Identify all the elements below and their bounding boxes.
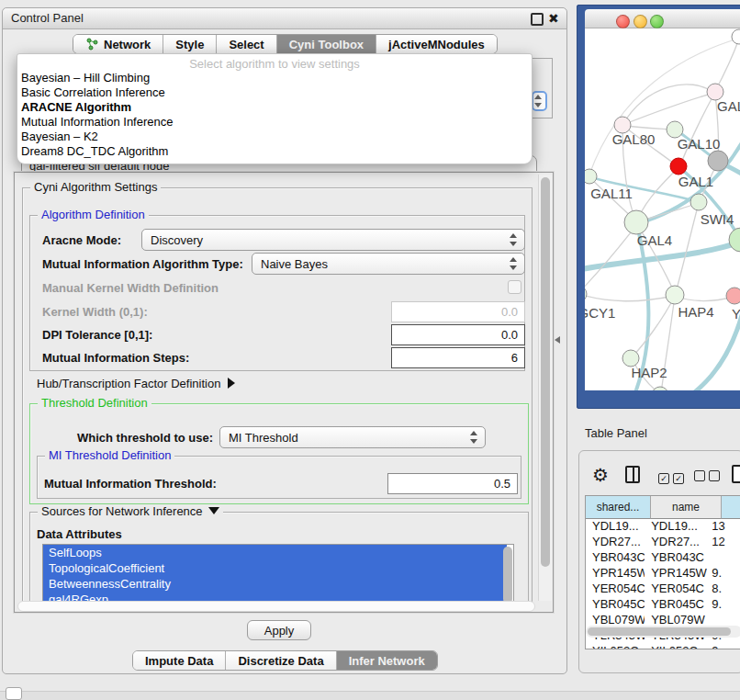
minimize-traffic-light[interactable] [633,15,647,28]
dpi-tolerance-input[interactable]: 0.0 [391,324,525,345]
column-header-partial[interactable] [722,496,740,519]
collapse-icon[interactable] [208,507,219,514]
mi-threshold-input[interactable]: 0.5 [387,473,518,494]
table-cell: YBR045C [586,596,645,612]
document-icon[interactable] [732,465,740,483]
select-all-checks-icon[interactable]: ✓✓ [658,470,688,484]
split-columns-icon[interactable] [625,466,640,483]
node-table: shared... name YDL19...YDL19...13YDR27..… [585,495,740,649]
list-item[interactable]: TopologicalCoefficient [43,560,507,576]
popup-item[interactable]: Mutual Information Inference [17,115,532,130]
table-row[interactable]: YER054CYER054C8. [586,581,740,596]
tab-infer-network[interactable]: Infer Network [337,651,437,670]
network-window-titlebar[interactable] [585,9,740,28]
table-panel-container: ⚙ ✓✓ shared... name YDL19...YDL19...13YD… [578,450,740,673]
column-header-shared-name[interactable]: shared... [586,496,651,519]
table-row[interactable]: YPR145WYPR145W9. [586,565,740,581]
control-panel-tabbar: Network Style Select Cyni Toolbox jActiv… [73,34,498,54]
network-node-label: GAL80 [612,131,656,147]
dpi-tolerance-label: DPI Tolerance [0,1]: [42,328,152,342]
popup-item[interactable]: Bayesian – K2 [17,130,532,144]
network-node[interactable] [652,387,668,390]
hub-definition-row[interactable]: Hub/Transcription Factor Definition [37,377,235,390]
restore-panel-icon[interactable] [6,687,22,700]
mi-steps-input[interactable]: 6 [391,347,525,368]
control-panel-titlebar[interactable]: Control Panel ✖ [3,8,566,29]
tab-cyni-toolbox[interactable]: Cyni Toolbox [277,35,376,53]
tab-jactivemnodules[interactable]: jActiveMNodules [376,35,497,53]
mi-type-combo[interactable]: Naive Bayes [252,253,525,275]
network-edge[interactable] [633,296,675,356]
combo-value: Discovery [151,233,203,247]
table-cell: YIL052C [645,643,708,649]
list-scrollbar[interactable] [503,547,512,604]
network-node[interactable] [666,286,684,304]
table-cell: 9. [708,565,740,581]
aracne-mode-combo[interactable]: Discovery [141,229,525,251]
close-traffic-light[interactable] [616,15,630,28]
network-edge[interactable] [675,203,699,296]
network-node[interactable] [732,29,740,44]
network-node[interactable] [585,169,597,184]
popup-item[interactable]: Basic Correlation Inference [17,85,532,100]
popup-placeholder: Select algorithm to view settings [17,57,532,71]
list-item[interactable]: BetweennessCentrality [43,576,507,592]
tab-select[interactable]: Select [217,35,276,53]
sources-title: Sources for Network Inference [41,504,203,518]
deselect-all-boxes-icon[interactable] [694,470,723,484]
hub-definition-label: Hub/Transcription Factor Definition [37,377,220,390]
network-node[interactable] [690,194,707,210]
which-threshold-label: Which threshold to use: [77,431,213,445]
vertical-scrollbar-thumb[interactable] [541,177,550,567]
list-item[interactable]: SelfLoops [43,545,507,560]
manual-kernel-checkbox[interactable] [508,280,521,294]
close-icon[interactable]: ✖ [548,12,559,25]
popup-item[interactable]: Bayesian – Hill Climbing [17,71,532,85]
network-icon [85,38,98,51]
kernel-width-input[interactable]: 0.0 [391,301,525,322]
network-node[interactable] [670,158,687,175]
column-header-name[interactable]: name [651,496,722,519]
expand-icon [228,378,235,389]
tab-impute-data[interactable]: Impute Data [133,651,226,670]
network-node[interactable] [726,288,740,304]
network-canvas[interactable]: GAL2GAL80GAL10GAL1GAL11SWI4GAL4GCY1HAP4Y… [585,28,740,390]
network-node-label: GAL11 [590,186,633,201]
splitter-collapse-icon[interactable] [555,336,560,344]
table-cell: YDL19... [586,518,645,534]
popup-item-selected[interactable]: ARACNE Algorithm [17,100,532,115]
table-row[interactable]: YIL052CYIL052C9 [586,643,740,649]
network-node-label: GCY1 [585,305,615,321]
table-panel-title: Table Panel [585,426,647,440]
tab-label: Discretize Data [238,654,323,668]
combo-stepper-focused[interactable] [532,91,547,111]
network-node[interactable] [729,228,740,252]
table-row[interactable]: YBR045CYBR045C9. [586,596,740,612]
settings-gear-icon[interactable]: ⚙ [592,466,609,484]
table-h-scrollbar-thumb[interactable] [588,627,731,636]
tab-network[interactable]: Network [73,35,163,53]
network-edge[interactable] [585,224,637,292]
popup-item[interactable]: Dream8 DC_TDC Algorithm [17,144,532,159]
network-edge[interactable] [585,294,674,301]
network-node[interactable] [585,286,587,302]
table-cell: YBR045C [645,596,708,612]
table-h-scrollbar-track[interactable] [586,626,740,638]
vertical-scrollbar-track[interactable] [538,175,552,601]
network-node-label: SWI4 [701,211,734,227]
network-node[interactable] [708,151,728,171]
table-row[interactable]: YBR043CYBR043C [586,549,740,565]
which-threshold-combo[interactable]: MI Threshold [219,426,486,448]
zoom-traffic-light[interactable] [650,15,664,28]
horizontal-scrollbar-track[interactable] [17,601,535,612]
network-node[interactable] [624,210,648,234]
tab-discretize-data[interactable]: Discretize Data [226,651,336,670]
apply-button[interactable]: Apply [247,620,311,640]
table-row[interactable]: YDR27...YDR27...12 [586,534,740,549]
combo-value: Naive Bayes [261,257,328,271]
float-panel-icon[interactable] [531,13,544,26]
table-row[interactable]: YDL19...YDL19...13 [586,518,740,534]
window-title: Control Panel [11,11,84,25]
tab-label: Network [104,38,151,51]
tab-style[interactable]: Style [163,35,217,53]
